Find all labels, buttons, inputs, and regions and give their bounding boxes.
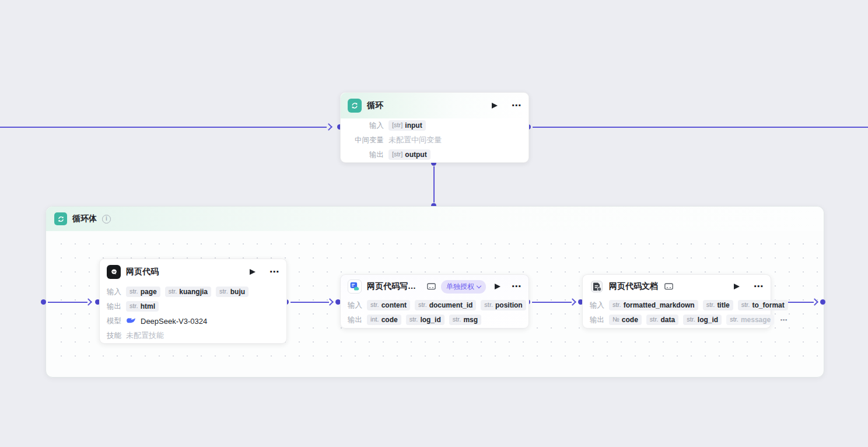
loop-node[interactable]: 循环 ⋯ 输入 [str] input 中间变量 未配置中间变量 输出 [str… <box>340 92 529 163</box>
feishu-node-title: 网页代码写入飞书... <box>367 281 421 292</box>
connection-line <box>0 127 327 128</box>
row-label: 输入 <box>348 121 384 131</box>
param-type: str. <box>730 316 738 323</box>
placeholder-text: 未配置技能 <box>126 330 164 341</box>
param-badge: str. formatted_markdown <box>609 300 698 310</box>
param-type: str. <box>169 288 177 295</box>
param-badge: str. document_id <box>415 300 476 310</box>
skill-row: 技能 未配置技能 <box>107 330 279 341</box>
param-badge: str. content <box>367 300 410 310</box>
param-badge: str. log_id <box>406 315 444 325</box>
doc-node[interactable]: 网页代码文档 ⋯ 输入 str. formatted_markdown str. <box>582 274 771 329</box>
loop-input-row: 输入 [str] input <box>348 120 522 131</box>
param-name: to_format <box>752 301 784 309</box>
param-name: code <box>382 316 398 324</box>
param-type: str. <box>410 316 418 323</box>
row-label: 输出 <box>348 150 384 160</box>
workflow-canvas[interactable]: 循环 ⋯ 输入 [str] input 中间变量 未配置中间变量 输出 [str… <box>0 0 868 447</box>
param-name: data <box>661 316 676 324</box>
output-row: 输出 int. code str. log_id str. msg <box>348 314 522 326</box>
auth-card-icon[interactable] <box>664 283 673 290</box>
param-name: msg <box>463 316 478 324</box>
connection-line <box>290 302 329 303</box>
param-name: output <box>405 151 426 159</box>
connection-line <box>433 166 435 202</box>
more-button[interactable]: ⋯ <box>512 101 522 110</box>
param-badge: № code <box>609 315 642 325</box>
more-button[interactable]: ⋯ <box>512 282 522 291</box>
param-badge: str. title <box>703 300 733 310</box>
port-dot[interactable] <box>41 299 46 305</box>
param-name: document_id <box>429 301 473 309</box>
param-badge: str. position <box>481 300 526 310</box>
doc-node-header: 网页代码文档 ⋯ <box>583 275 771 298</box>
auth-card-icon[interactable] <box>427 283 436 290</box>
doc-convert-icon <box>590 280 604 294</box>
info-icon[interactable]: i <box>102 215 111 224</box>
param-name: code <box>622 316 638 324</box>
arrow-head-icon <box>325 123 332 131</box>
param-badge: str. kuangjia <box>165 287 211 297</box>
param-type: [str] <box>392 151 402 158</box>
port-dot[interactable] <box>820 299 825 305</box>
play-button[interactable] <box>734 284 740 289</box>
param-name: log_id <box>698 316 718 324</box>
connection-line <box>48 302 88 303</box>
param-type: [str] <box>392 121 402 129</box>
param-name: buju <box>230 288 245 296</box>
llm-node-header: 网页代码 ⋯ <box>100 259 286 285</box>
more-button[interactable]: ⋯ <box>754 282 764 291</box>
loop-icon <box>54 212 67 225</box>
play-button[interactable] <box>492 103 498 109</box>
param-badge: str. msg <box>449 315 481 325</box>
param-badge: str. to_format <box>738 300 788 310</box>
placeholder-text: 未配置中间变量 <box>388 135 442 145</box>
loop-node-title: 循环 <box>367 100 383 111</box>
param-type: str. <box>130 302 138 310</box>
param-name: position <box>495 301 523 309</box>
play-button[interactable] <box>495 284 501 289</box>
connection-line <box>533 127 868 128</box>
param-badge: [str] input <box>388 120 426 131</box>
param-name: page <box>141 288 157 296</box>
output-row: 输出 str. html <box>107 301 279 312</box>
param-type: str. <box>650 316 659 323</box>
param-badge: int. code <box>367 315 401 325</box>
param-type: str. <box>484 301 493 309</box>
play-button[interactable] <box>250 269 256 275</box>
more-button[interactable]: ⋯ <box>270 267 279 277</box>
param-name: kuangjia <box>179 288 208 296</box>
row-label: 技能 <box>107 331 121 341</box>
row-label: 输入 <box>590 301 604 310</box>
loop-node-header: 循环 ⋯ <box>341 93 528 118</box>
model-row: 模型 DeepSeek-V3-0324 <box>107 315 279 327</box>
param-name: message <box>741 316 771 324</box>
param-type: str. <box>687 316 695 323</box>
input-row: 输入 str. page str. kuangjia str. buju <box>107 286 279 298</box>
auth-pill-label: 单独授权 <box>446 282 474 292</box>
overflow-indicator[interactable]: ⋯ <box>780 316 788 324</box>
param-type: str. <box>612 301 621 309</box>
param-type: str. <box>741 301 750 309</box>
param-badge: str. buju <box>216 287 249 297</box>
deepseek-icon <box>126 317 136 324</box>
feishu-write-node[interactable]: 网页代码写入飞书... 单独授权 ⋯ 输入 str. content <box>340 274 529 329</box>
param-name: title <box>717 301 729 309</box>
row-label: 输入 <box>348 301 362 310</box>
param-badge: str. data <box>646 315 678 325</box>
param-badge: [str] output <box>388 149 430 160</box>
chevron-down-icon <box>477 283 481 288</box>
input-row: 输入 str. formatted_markdown str. title st… <box>590 299 764 311</box>
param-type: str. <box>706 301 715 309</box>
model-name: DeepSeek-V3-0324 <box>141 317 207 326</box>
bot-icon <box>107 265 121 279</box>
doc-node-title: 网页代码文档 <box>609 281 658 292</box>
auth-pill[interactable]: 单独授权 <box>441 280 486 294</box>
loop-mid-row: 中间变量 未配置中间变量 <box>348 134 522 146</box>
row-label: 中间变量 <box>348 135 384 145</box>
row-label: 输出 <box>590 315 604 325</box>
llm-node[interactable]: 网页代码 ⋯ 输入 str. page str. kuangjia str. b… <box>99 259 287 344</box>
row-label: 模型 <box>107 316 121 326</box>
loop-output-row: 输出 [str] output <box>348 149 522 160</box>
param-name: formatted_markdown <box>624 301 695 309</box>
